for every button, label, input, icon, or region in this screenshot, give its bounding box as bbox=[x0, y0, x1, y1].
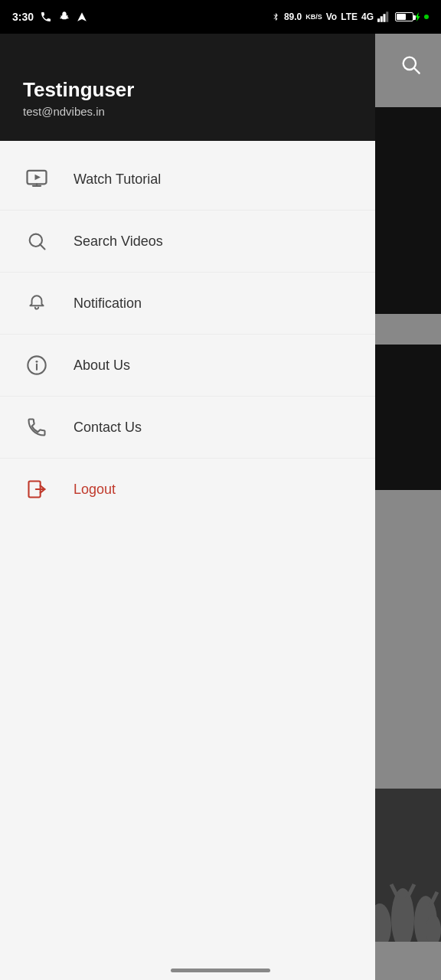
search-videos-label: Search Videos bbox=[74, 234, 163, 250]
notification-icon bbox=[23, 289, 51, 317]
menu-item-contact-us[interactable]: Contact Us bbox=[0, 397, 375, 459]
bg-crowd bbox=[364, 789, 441, 942]
network-type: 4G bbox=[361, 11, 374, 22]
home-bar bbox=[171, 969, 270, 972]
drawer-header: Testinguser test@ndvibes.in bbox=[0, 34, 375, 141]
status-left: 3:30 bbox=[12, 11, 87, 23]
svg-rect-1 bbox=[381, 16, 383, 22]
contact-us-label: Contact Us bbox=[74, 420, 142, 436]
svg-point-5 bbox=[391, 888, 414, 942]
phone-status-icon bbox=[40, 11, 52, 23]
svg-rect-0 bbox=[377, 18, 380, 22]
svg-rect-3 bbox=[386, 11, 388, 22]
logout-icon bbox=[23, 475, 51, 503]
lte-label: LTE bbox=[341, 11, 358, 22]
contact-us-icon bbox=[23, 413, 51, 441]
network-unit: KB/S bbox=[305, 13, 322, 21]
svg-line-20 bbox=[40, 244, 44, 249]
search-videos-icon bbox=[23, 227, 51, 255]
logout-label: Logout bbox=[74, 482, 116, 498]
bg-card-1 bbox=[364, 107, 441, 314]
menu-item-logout[interactable]: Logout bbox=[0, 459, 375, 520]
menu-item-search-videos[interactable]: Search Videos bbox=[0, 211, 375, 273]
charging-icon bbox=[415, 12, 421, 21]
status-right: 89.0 KB/S Vo LTE 4G bbox=[271, 11, 429, 22]
email-label: test@ndvibes.in bbox=[23, 105, 352, 118]
username-label: Testinguser bbox=[23, 78, 352, 102]
nav-arrow-icon bbox=[77, 11, 87, 22]
network-speed: 89.0 bbox=[284, 11, 302, 22]
menu-list: Watch Tutorial Search Videos Notificatio… bbox=[0, 141, 375, 980]
menu-item-watch-tutorial[interactable]: Watch Tutorial bbox=[0, 149, 375, 211]
carrier-label: Vo bbox=[326, 11, 337, 22]
menu-item-about-us[interactable]: About Us bbox=[0, 335, 375, 397]
status-bar: 3:30 89.0 KB/S Vo LTE 4G bbox=[0, 0, 441, 34]
about-us-icon bbox=[23, 351, 51, 379]
bluetooth-icon bbox=[271, 11, 280, 22]
about-us-label: About Us bbox=[74, 358, 130, 374]
watch-tutorial-icon bbox=[23, 165, 51, 193]
watch-tutorial-label: Watch Tutorial bbox=[74, 172, 161, 188]
search-icon-top[interactable] bbox=[395, 49, 426, 80]
battery-icon bbox=[395, 12, 429, 21]
signal-icon bbox=[377, 11, 391, 22]
snapchat-icon bbox=[58, 11, 70, 23]
time: 3:30 bbox=[12, 11, 34, 23]
svg-marker-18 bbox=[35, 175, 41, 181]
svg-line-14 bbox=[414, 68, 419, 73]
side-drawer: Testinguser test@ndvibes.in Watch Tutori… bbox=[0, 34, 375, 980]
bg-card-2 bbox=[364, 345, 441, 490]
notification-label: Notification bbox=[74, 296, 142, 312]
svg-rect-2 bbox=[384, 14, 386, 22]
menu-item-notification[interactable]: Notification bbox=[0, 273, 375, 335]
